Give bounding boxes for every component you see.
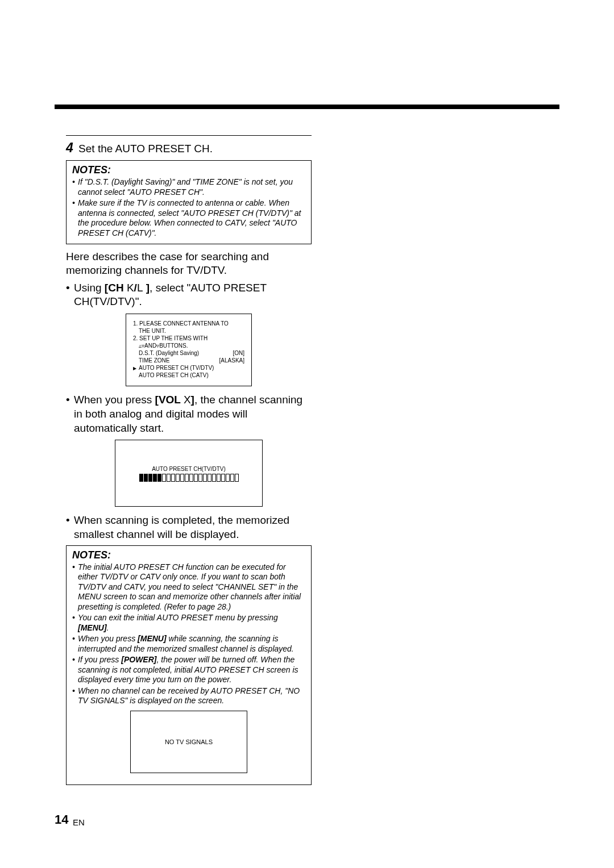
progress-segment — [171, 474, 175, 482]
progress-segment — [167, 474, 171, 482]
progress-segment — [235, 474, 239, 482]
progress-segment — [198, 474, 202, 482]
progress-segment — [180, 474, 184, 482]
osd1-tz-row: TIME ZONE [ALASKA] — [133, 357, 244, 364]
osd1-dst-row: D.S.T. (Daylight Saving) [ON] — [133, 349, 244, 357]
scan-progress-bar — [139, 474, 239, 482]
instruction-list-1: Using [CH K/L ], select "AUTO PRESET CH(… — [66, 281, 312, 309]
progress-segment — [162, 474, 166, 482]
page-language: EN — [73, 817, 85, 827]
progress-segment — [176, 474, 180, 482]
instruction-list-2: When you press [VOL X], the channel scan… — [66, 393, 312, 435]
osd2-title: AUTO PRESET CH(TV/DTV) — [152, 465, 226, 473]
osd1-line2: THE UNIT. — [133, 327, 244, 335]
progress-segment — [139, 474, 143, 482]
notes-title-2: NOTES: — [72, 549, 305, 561]
progress-segment — [185, 474, 189, 482]
osd-screen-no-signal: NO TV SIGNALS — [130, 711, 247, 773]
osd1-autopreset-catv: AUTO PRESET CH (CATV) — [133, 372, 244, 379]
intro-paragraph: Here describes the case for searching an… — [66, 250, 312, 278]
osd3-text: NO TV SIGNALS — [165, 738, 213, 746]
notes1-item-1: Make sure if the TV is connected to ante… — [72, 198, 305, 238]
instruction-list-3: When scanning is completed, the memorize… — [66, 514, 312, 541]
progress-segment — [148, 474, 152, 482]
notes2-item-3: If you press [POWER], the power will be … — [72, 655, 305, 685]
notes1-item-0: If "D.S.T. (Daylight Saving)" and "TIME … — [72, 177, 305, 197]
content-column: 4 Set the AUTO PRESET CH. NOTES: If "D.S… — [66, 135, 312, 791]
progress-segment — [144, 474, 148, 482]
progress-segment — [194, 474, 198, 482]
progress-segment — [153, 474, 157, 482]
osd-screen-scanning: AUTO PRESET CH(TV/DTV) — [115, 440, 263, 507]
instruction-scan-complete: When scanning is completed, the memorize… — [66, 514, 312, 541]
notes2-item-2: When you press [MENU] while scanning, th… — [72, 634, 305, 654]
notes2-item-1: You can exit the initial AUTO PRESET men… — [72, 613, 305, 633]
progress-segment — [208, 474, 211, 482]
progress-segment — [226, 474, 230, 482]
notes2-item-4: When no channel can be received by AUTO … — [72, 686, 305, 706]
osd1-line4: ANDBUTTONS. — [133, 342, 244, 349]
step-number: 4 — [66, 140, 73, 155]
instruction-select-auto-preset: Using [CH K/L ], select "AUTO PRESET CH(… — [66, 281, 312, 309]
header-rule — [55, 105, 559, 109]
progress-segment — [203, 474, 207, 482]
progress-segment — [189, 474, 193, 482]
progress-segment — [157, 474, 161, 482]
progress-segment — [217, 474, 221, 482]
notes2-item-0: The initial AUTO PRESET CH function can … — [72, 562, 305, 612]
osd1-line1: 1. PLEASE CONNECT ANTENNA TO — [133, 320, 244, 327]
step-4-heading: 4 Set the AUTO PRESET CH. — [66, 140, 312, 156]
manual-page: 4 Set the AUTO PRESET CH. NOTES: If "D.S… — [0, 0, 614, 868]
notes-list-1: If "D.S.T. (Daylight Saving)" and "TIME … — [72, 177, 305, 238]
progress-segment — [230, 474, 234, 482]
progress-segment — [221, 474, 225, 482]
osd1-line3: 2. SET UP THE ITEMS WITH — [133, 335, 244, 342]
step-divider — [66, 135, 312, 136]
notes-list-2: The initial AUTO PRESET CH function can … — [72, 562, 305, 706]
step-text: Set the AUTO PRESET CH. — [78, 143, 213, 155]
osd1-autopreset-tvdtv: AUTO PRESET CH (TV/DTV) — [133, 364, 244, 372]
notes-box-1: NOTES: If "D.S.T. (Daylight Saving)" and… — [66, 160, 312, 244]
osd-screen-setup: 1. PLEASE CONNECT ANTENNA TO THE UNIT. 2… — [126, 314, 252, 386]
instruction-press-vol: When you press [VOL X], the channel scan… — [66, 393, 312, 435]
notes-box-2: NOTES: The initial AUTO PRESET CH functi… — [66, 545, 312, 785]
notes-title: NOTES: — [72, 164, 305, 176]
page-number: 14 — [55, 812, 68, 827]
progress-segment — [212, 474, 216, 482]
